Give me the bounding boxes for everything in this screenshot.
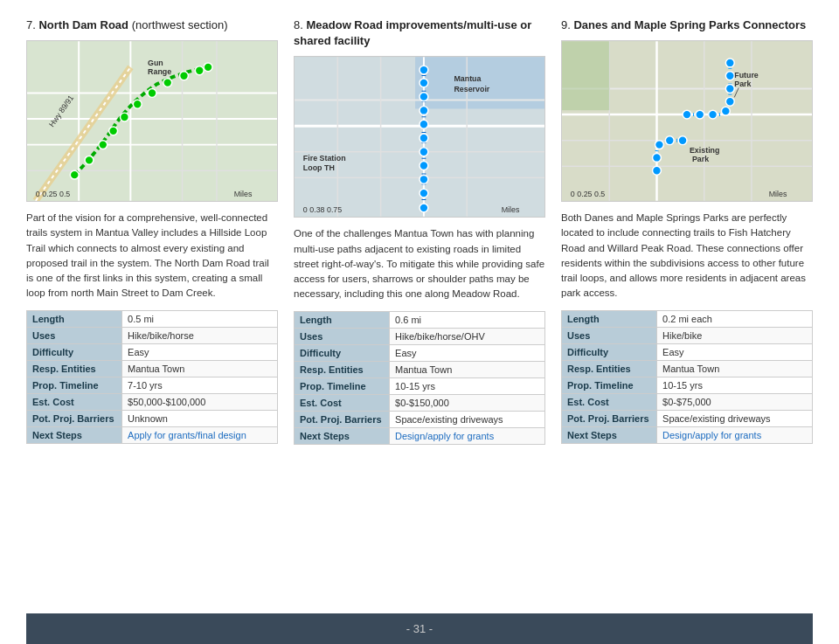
svg-point-70	[709, 110, 718, 119]
table-label: Pot. Proj. Barriers	[295, 411, 390, 427]
svg-point-77	[653, 166, 662, 175]
column-2: 8. Meadow Road improvements/multi-use or…	[294, 17, 545, 599]
table-label: Prop. Timeline	[27, 377, 122, 393]
table-row: Length0.5 mi	[27, 310, 278, 327]
table-row: UsesHike/bike/horse/OHV	[295, 328, 545, 344]
table-label: Next Steps	[295, 427, 390, 444]
map1-image: Hwy 89/91 Gun Range 0 0.25 0.5 Miles	[26, 40, 278, 202]
table-label: Length	[562, 310, 657, 327]
svg-point-75	[655, 141, 664, 149]
table-value: Mantua Town	[390, 361, 545, 377]
table-label: Uses	[27, 327, 122, 343]
table-label: Pot. Proj. Barriers	[562, 410, 657, 426]
svg-point-76	[653, 154, 662, 163]
table-value: $50,000-$100,000	[122, 393, 278, 410]
table-value: Space/existing driveways	[390, 411, 545, 427]
svg-point-43	[420, 134, 428, 142]
svg-text:0     0.25     0.5: 0 0.25 0.5	[36, 190, 70, 198]
page-number: - 31 -	[406, 622, 433, 635]
svg-point-65	[725, 59, 734, 67]
col3-title: 9. Danes and Maple Spring Parks Connecto…	[561, 17, 813, 33]
table-row: Prop. Timeline7-10 yrs	[27, 377, 278, 393]
col1-sub: (northwest section)	[132, 18, 228, 31]
table-label: Length	[295, 311, 390, 328]
columns-container: 7. North Dam Road (northwest section)	[26, 17, 813, 599]
table-label: Est. Cost	[27, 393, 122, 410]
table-label: Difficulty	[27, 343, 122, 360]
table-row: Est. Cost$0-$75,000	[562, 393, 813, 410]
table-value: 10-15 yrs	[390, 377, 545, 394]
svg-point-40	[420, 93, 428, 101]
table-value: Hike/bike/horse/OHV	[390, 328, 545, 344]
table-row: Pot. Proj. BarriersSpace/existing drivew…	[562, 410, 813, 426]
table-value: Design/apply for grants	[657, 426, 813, 443]
table-value: Easy	[390, 344, 545, 361]
table-value: $0-$150,000	[390, 394, 545, 411]
table-row: Next StepsDesign/apply for grants	[562, 426, 813, 443]
svg-text:Miles: Miles	[769, 190, 787, 198]
col2-title: 8. Meadow Road improvements/multi-use or…	[294, 17, 545, 49]
col3-name: Danes and Maple Spring Parks Connectors	[573, 18, 806, 31]
svg-point-15	[121, 113, 129, 121]
table-label: Difficulty	[295, 344, 390, 361]
svg-point-38	[420, 66, 428, 75]
svg-point-18	[163, 79, 172, 87]
table-label: Resp. Entities	[562, 360, 657, 377]
svg-point-45	[420, 162, 428, 170]
svg-text:Mantua: Mantua	[454, 74, 481, 83]
svg-text:Existing: Existing	[690, 147, 719, 156]
col1-table: Length0.5 miUsesHike/bike/horseDifficult…	[26, 310, 278, 444]
column-3: 9. Danes and Maple Spring Parks Connecto…	[561, 17, 813, 599]
table-row: Resp. EntitiesMantua Town	[295, 361, 545, 377]
table-row: Resp. EntitiesMantua Town	[27, 360, 278, 377]
table-label: Prop. Timeline	[562, 377, 657, 393]
svg-text:Reservoir: Reservoir	[454, 85, 489, 93]
svg-point-74	[665, 136, 674, 145]
table-row: DifficultyEasy	[27, 343, 278, 360]
svg-point-41	[420, 107, 428, 115]
col1-num: 7.	[26, 18, 36, 31]
svg-point-21	[204, 63, 212, 72]
col2-num: 8.	[294, 18, 303, 31]
table-row: DifficultyEasy	[295, 344, 545, 361]
svg-point-71	[696, 110, 704, 119]
table-row: UsesHike/bike	[562, 327, 813, 343]
svg-rect-64	[562, 41, 609, 110]
table-value: Easy	[122, 343, 278, 360]
svg-point-46	[420, 176, 428, 184]
table-row: Length0.6 mi	[295, 311, 545, 328]
col2-description: One of the challenges Mantua Town has wi…	[294, 226, 545, 301]
svg-point-16	[133, 100, 142, 109]
table-row: Next StepsApply for grants/final design	[27, 426, 278, 443]
table-row: Resp. EntitiesMantua Town	[562, 360, 813, 377]
table-row: Next StepsDesign/apply for grants	[295, 427, 545, 444]
table-value: 0.6 mi	[390, 311, 545, 328]
table-row: Prop. Timeline10-15 yrs	[295, 377, 545, 394]
col2-name: Meadow Road improvements/multi-use or sh…	[294, 18, 531, 47]
table-label: Next Steps	[562, 426, 657, 443]
svg-text:Miles: Miles	[502, 205, 520, 214]
svg-text:0  0.25  0.5: 0 0.25 0.5	[571, 190, 605, 198]
table-row: Prop. Timeline10-15 yrs	[562, 377, 813, 393]
svg-text:0   0.38   0.75: 0 0.38 0.75	[303, 205, 342, 214]
col1-description: Part of the vision for a comprehensive, …	[26, 211, 278, 301]
table-label: Prop. Timeline	[295, 377, 390, 394]
table-value: Hike/bike	[657, 327, 813, 343]
col3-num: 9.	[561, 18, 571, 31]
col1-name: North Dam Road	[38, 18, 128, 31]
table-row: DifficultyEasy	[562, 343, 813, 360]
svg-point-44	[420, 148, 428, 156]
svg-text:Miles: Miles	[234, 190, 253, 198]
table-value: Design/apply for grants	[390, 427, 545, 444]
svg-point-39	[420, 79, 428, 87]
table-label: Pot. Proj. Barriers	[27, 410, 122, 426]
svg-point-17	[148, 89, 156, 98]
column-1: 7. North Dam Road (northwest section)	[26, 17, 278, 599]
svg-point-42	[420, 121, 428, 129]
table-value: $0-$75,000	[657, 393, 813, 410]
svg-text:Fire Station: Fire Station	[303, 154, 346, 163]
col3-description: Both Danes and Maple Springs Parks are p…	[561, 211, 813, 301]
table-row: UsesHike/bike/horse	[27, 327, 278, 343]
svg-text:Range: Range	[148, 67, 171, 76]
table-row: Length0.2 mi each	[562, 310, 813, 327]
